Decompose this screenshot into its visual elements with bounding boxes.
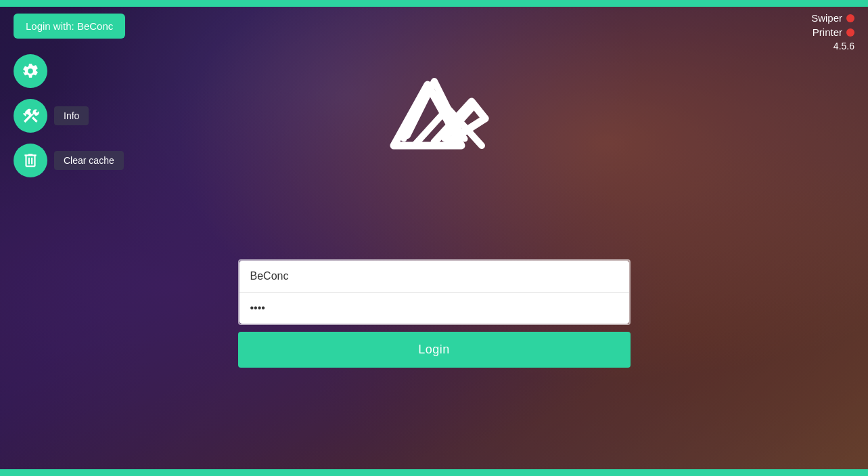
version-text: 4.5.6 [833,41,854,51]
username-input[interactable] [239,261,629,293]
top-bar [0,0,868,7]
clear-cache-button[interactable] [14,144,47,177]
swiper-label: Swiper [811,12,842,24]
trash-icon [22,152,39,169]
wrench-icon [22,107,39,125]
settings-button[interactable] [14,54,47,88]
info-button[interactable] [14,99,47,133]
settings-row [14,54,47,88]
bottom-bar [0,469,868,476]
printer-label: Printer [813,26,842,38]
gear-icon [22,62,39,80]
credentials-wrapper [238,259,631,325]
login-form: Login [238,259,631,368]
info-row: Info [14,99,47,133]
info-label: Info [54,106,89,125]
logo-area [367,37,502,175]
swiper-status-row: Swiper [811,12,854,24]
logo-svg [367,37,502,173]
clear-cache-label: Clear cache [54,151,124,170]
login-button[interactable]: Login [238,332,631,368]
version-row: 4.5.6 [833,41,854,51]
swiper-status-dot [846,14,854,22]
clear-cache-row: Clear cache [14,144,47,177]
printer-status-dot [846,28,854,37]
login-beconc-button[interactable]: Login with: BeConc [14,14,125,39]
printer-status-row: Printer [813,26,854,38]
password-input[interactable] [239,293,629,324]
status-panel: Swiper Printer 4.5.6 [811,12,854,51]
